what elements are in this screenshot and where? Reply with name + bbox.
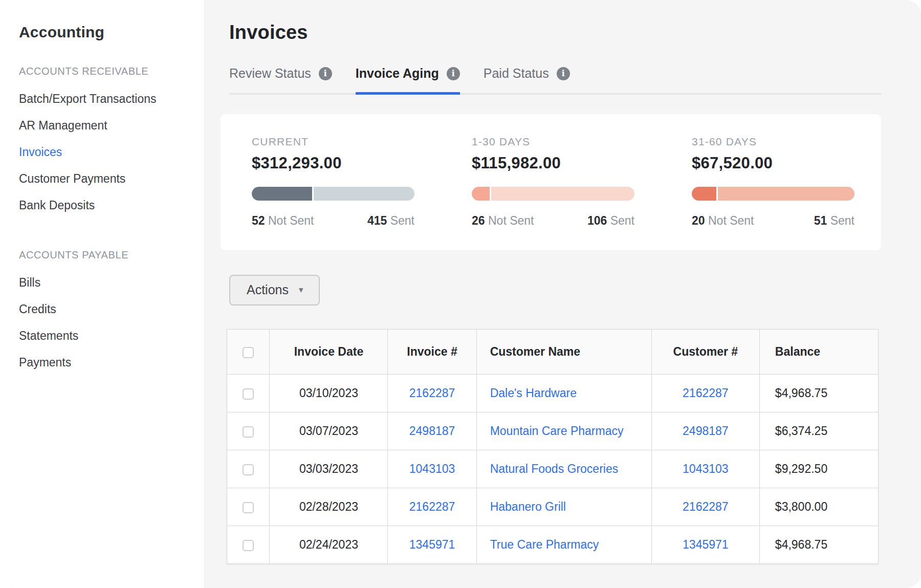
header-invoice-number: Invoice # bbox=[388, 330, 476, 375]
invoice-number-link[interactable]: 2162287 bbox=[409, 386, 455, 400]
sidebar-item-ar-management[interactable]: AR Management bbox=[19, 112, 194, 139]
checkbox-cell bbox=[227, 412, 270, 450]
invoice-number-link[interactable]: 1043103 bbox=[409, 462, 455, 475]
invoice-date-cell: 03/10/2023 bbox=[270, 375, 388, 412]
customer-number-cell: 2498187 bbox=[651, 412, 759, 450]
invoice-number-cell: 1043103 bbox=[388, 450, 476, 488]
aging-progress-bar bbox=[692, 187, 854, 201]
not-sent-count: 52 Not Sent bbox=[252, 214, 314, 228]
section-label-accounts-receivable: ACCOUNTS RECEIVABLE bbox=[19, 66, 194, 77]
invoice-number-link[interactable]: 2162287 bbox=[409, 500, 455, 513]
not-sent-count: 26 Not Sent bbox=[472, 214, 534, 228]
sidebar-item-invoices[interactable]: Invoices bbox=[19, 139, 194, 165]
tab-review-status-label: Review Status bbox=[229, 66, 311, 81]
row-checkbox[interactable] bbox=[243, 388, 254, 400]
aging-bucket-31-60-days: 31-60 DAYS $67,520.00 20 Not Sent 51 Sen… bbox=[692, 136, 871, 228]
sidebar-item-credits[interactable]: Credits bbox=[19, 296, 194, 322]
invoice-date-cell: 02/24/2023 bbox=[270, 526, 388, 564]
not-sent-count: 20 Not Sent bbox=[692, 214, 754, 228]
table-row: 03/07/2023 2498187 Mountain Care Pharmac… bbox=[227, 412, 879, 450]
tab-paid-status[interactable]: Paid Status i bbox=[484, 66, 570, 95]
aging-progress-fill bbox=[472, 187, 491, 201]
customer-name-link[interactable]: Natural Foods Groceries bbox=[490, 462, 619, 475]
checkbox-cell bbox=[227, 375, 270, 412]
app-title: Accounting bbox=[19, 24, 194, 41]
customer-name-cell: Mountain Care Pharmacy bbox=[476, 412, 651, 450]
tab-invoice-aging-label: Invoice Aging bbox=[356, 66, 439, 81]
row-checkbox[interactable] bbox=[243, 502, 254, 513]
invoice-number-cell: 2498187 bbox=[388, 412, 476, 450]
invoice-date-cell: 03/03/2023 bbox=[270, 450, 388, 488]
info-icon[interactable]: i bbox=[319, 67, 332, 80]
sidebar-section-accounts-receivable: ACCOUNTS RECEIVABLE Batch/Export Transac… bbox=[19, 66, 194, 219]
customer-name-link[interactable]: True Care Pharmacy bbox=[490, 538, 599, 551]
balance-cell: $6,374.25 bbox=[759, 412, 878, 450]
balance-cell: $4,968.75 bbox=[759, 375, 878, 412]
customer-number-link[interactable]: 2162287 bbox=[683, 386, 729, 400]
sent-count: 415 Sent bbox=[367, 214, 414, 228]
header-invoice-date: Invoice Date bbox=[270, 330, 388, 375]
balance-cell: $3,800.00 bbox=[759, 488, 878, 526]
customer-number-link[interactable]: 1345971 bbox=[683, 538, 729, 551]
info-icon[interactable]: i bbox=[557, 67, 570, 80]
balance-cell: $9,292.50 bbox=[759, 450, 878, 488]
customer-number-cell: 2162287 bbox=[651, 375, 759, 412]
customer-name-link[interactable]: Dale's Hardware bbox=[490, 386, 577, 400]
aging-bucket-amount: $115,982.00 bbox=[472, 154, 692, 172]
customer-name-link[interactable]: Mountain Care Pharmacy bbox=[490, 424, 624, 438]
customer-name-cell: Habanero Grill bbox=[476, 488, 651, 526]
table-row: 03/03/2023 1043103 Natural Foods Groceri… bbox=[227, 450, 879, 488]
balance-cell: $4,968.75 bbox=[759, 526, 878, 564]
actions-button-label: Actions bbox=[247, 282, 289, 297]
sidebar-section-accounts-payable: ACCOUNTS PAYABLE Bills Credits Statement… bbox=[19, 249, 194, 376]
section-label-accounts-payable: ACCOUNTS PAYABLE bbox=[19, 249, 194, 261]
invoice-number-link[interactable]: 1345971 bbox=[409, 538, 455, 551]
sidebar-item-bank-deposits[interactable]: Bank Deposits bbox=[19, 192, 194, 219]
header-customer-name: Customer Name bbox=[476, 330, 651, 375]
customer-number-cell: 1043103 bbox=[651, 450, 759, 488]
aging-bucket-current: CURRENT $312,293.00 52 Not Sent 415 Sent bbox=[252, 136, 472, 228]
select-all-checkbox[interactable] bbox=[243, 347, 254, 358]
sidebar-item-bills[interactable]: Bills bbox=[19, 269, 194, 296]
invoice-number-link[interactable]: 2498187 bbox=[409, 424, 455, 438]
customer-name-cell: True Care Pharmacy bbox=[476, 526, 651, 564]
sidebar-item-customer-payments[interactable]: Customer Payments bbox=[19, 165, 194, 192]
aging-progress-fill bbox=[252, 187, 314, 201]
select-all-cell bbox=[227, 330, 270, 375]
tab-invoice-aging[interactable]: Invoice Aging i bbox=[356, 66, 460, 95]
invoices-table: Invoice Date Invoice # Customer Name Cus… bbox=[227, 329, 879, 564]
aging-counts: 20 Not Sent 51 Sent bbox=[692, 214, 854, 228]
header-row: Invoice Date Invoice # Customer Name Cus… bbox=[227, 330, 879, 375]
invoice-date-cell: 03/07/2023 bbox=[270, 412, 388, 450]
row-checkbox[interactable] bbox=[243, 540, 254, 551]
page-title: Invoices bbox=[229, 21, 881, 43]
customer-number-link[interactable]: 2162287 bbox=[683, 500, 729, 513]
sidebar-item-statements[interactable]: Statements bbox=[19, 322, 194, 349]
checkbox-cell bbox=[227, 450, 270, 488]
row-checkbox[interactable] bbox=[243, 464, 254, 475]
aging-bucket-1-30-days: 1-30 DAYS $115,982.00 26 Not Sent 106 Se… bbox=[472, 136, 692, 228]
info-icon[interactable]: i bbox=[447, 67, 460, 80]
customer-number-link[interactable]: 2498187 bbox=[683, 424, 729, 438]
checkbox-cell bbox=[227, 526, 270, 564]
actions-button[interactable]: Actions ▾ bbox=[229, 275, 320, 306]
header-customer-number: Customer # bbox=[651, 330, 759, 375]
aging-progress-bar bbox=[252, 187, 414, 201]
chevron-down-icon: ▾ bbox=[299, 286, 303, 294]
sidebar-item-payments[interactable]: Payments bbox=[19, 349, 194, 376]
customer-number-link[interactable]: 1043103 bbox=[683, 462, 729, 475]
sidebar-item-batch-export-transactions[interactable]: Batch/Export Transactions bbox=[19, 85, 194, 112]
table-row: 03/10/2023 2162287 Dale's Hardware 21622… bbox=[227, 375, 879, 412]
app-window: Accounting ACCOUNTS RECEIVABLE Batch/Exp… bbox=[0, 0, 921, 588]
customer-number-cell: 2162287 bbox=[651, 488, 759, 526]
tab-review-status[interactable]: Review Status i bbox=[229, 66, 332, 95]
tab-paid-status-label: Paid Status bbox=[484, 66, 549, 81]
invoice-number-cell: 2162287 bbox=[388, 488, 476, 526]
aging-bucket-label: 31-60 DAYS bbox=[692, 136, 871, 148]
aging-bucket-amount: $67,520.00 bbox=[692, 154, 871, 172]
aging-bucket-label: 1-30 DAYS bbox=[472, 136, 692, 148]
sent-count: 106 Sent bbox=[587, 214, 634, 228]
aging-counts: 52 Not Sent 415 Sent bbox=[252, 214, 414, 228]
customer-name-link[interactable]: Habanero Grill bbox=[490, 500, 566, 513]
row-checkbox[interactable] bbox=[243, 426, 254, 438]
